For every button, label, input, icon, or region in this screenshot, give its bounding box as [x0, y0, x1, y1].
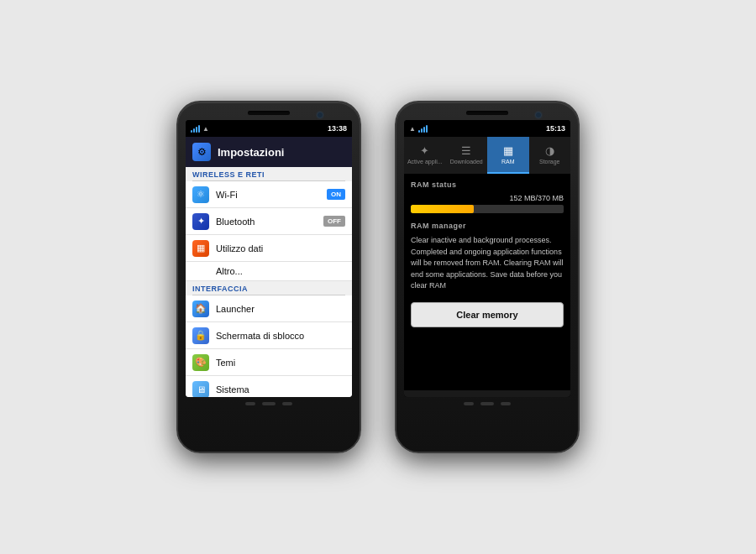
- wifi-label: Wi-Fi: [216, 190, 320, 200]
- phone-2: ▲ 15:13 ✦ Active appli... ☰: [395, 101, 580, 453]
- tab-active-apps[interactable]: ✦ Active appli...: [404, 137, 446, 174]
- phone-2-screen: ▲ 15:13 ✦ Active appli... ☰: [404, 120, 570, 397]
- wifi-toggle[interactable]: ON: [327, 189, 345, 200]
- data-label: Utilizzo dati: [216, 243, 345, 253]
- tab-bar: ✦ Active appli... ☰ Downloaded ▦ RAM ◑ S…: [404, 137, 570, 174]
- ram-screen: ✦ Active appli... ☰ Downloaded ▦ RAM ◑ S…: [404, 137, 570, 397]
- settings-app-icon: ⚙: [192, 143, 211, 161]
- status-time-2: 15:13: [546, 124, 565, 133]
- launcher-label: Launcher: [216, 304, 345, 314]
- phone-1: ▲ 13:38 ⚙ Impostazioni WIRELESS E RETI ⚛…: [176, 101, 361, 453]
- phys-back-btn-2[interactable]: [464, 402, 474, 405]
- phone-1-screen: ▲ 13:38 ⚙ Impostazioni WIRELESS E RETI ⚛…: [186, 120, 352, 397]
- tab-storage[interactable]: ◑ Storage: [529, 137, 571, 174]
- settings-title: Impostazioni: [218, 146, 284, 159]
- settings-item-sistema[interactable]: 🖥 Sistema: [186, 376, 352, 397]
- section-wireless-label: WIRELESS E RETI: [186, 167, 352, 180]
- ram-bar-background: [411, 205, 564, 213]
- bluetooth-toggle[interactable]: OFF: [323, 216, 345, 227]
- storage-icon: ◑: [545, 144, 554, 157]
- phys-home-btn[interactable]: [262, 402, 276, 405]
- back-nav-2-icon[interactable]: ◁: [421, 396, 428, 397]
- theme-icon: 🎨: [192, 354, 209, 371]
- status-bar-1: ▲ 13:38: [186, 120, 352, 137]
- launcher-icon: 🏠: [192, 301, 209, 317]
- ram-content: RAM status 152 MB/370 MB RAM manager Cle…: [404, 174, 570, 390]
- settings-item-data[interactable]: ▦ Utilizzo dati: [186, 235, 352, 262]
- clear-memory-button[interactable]: Clear memory: [411, 302, 564, 327]
- phone-bottom-2: [464, 402, 511, 405]
- search-nav-2-icon[interactable]: ⌕: [507, 396, 512, 397]
- tab-active-apps-label: Active appli...: [407, 159, 443, 165]
- lockscreen-icon: 🔒: [192, 327, 209, 344]
- tab-downloaded-label: Downloaded: [450, 159, 483, 165]
- ram-memory-text: 152 MB/370 MB: [411, 194, 564, 202]
- status-left: ▲: [191, 124, 324, 133]
- phys-back-btn[interactable]: [245, 402, 255, 405]
- data-icon: ▦: [192, 240, 209, 257]
- settings-item-launcher[interactable]: 🏠 Launcher: [186, 295, 352, 322]
- settings-screen: ⚙ Impostazioni WIRELESS E RETI ⚛ Wi-Fi O…: [186, 137, 352, 397]
- theme-label: Temi: [216, 358, 345, 368]
- active-apps-icon: ✦: [420, 144, 429, 157]
- signal-icon: [191, 124, 200, 133]
- ram-status-label: RAM status: [411, 180, 564, 189]
- ram-bar-fill: [411, 205, 474, 213]
- home-nav-2-icon[interactable]: ⌂: [547, 396, 553, 397]
- system-label: Sistema: [216, 384, 345, 395]
- ram-icon: ▦: [503, 144, 513, 157]
- tab-downloaded[interactable]: ☰ Downloaded: [446, 137, 488, 174]
- status-bar-2: ▲ 15:13: [404, 120, 570, 137]
- phone-2-camera: [536, 112, 541, 118]
- wifi-status-icon: ▲: [202, 125, 209, 133]
- bluetooth-label: Bluetooth: [216, 217, 317, 227]
- lockscreen-label: Schermata di sblocco: [216, 331, 345, 341]
- wifi-2-icon: ▲: [409, 125, 416, 133]
- signal-2-icon: [418, 124, 428, 133]
- settings-item-altro[interactable]: Altro...: [186, 262, 352, 281]
- settings-item-temi[interactable]: 🎨 Temi: [186, 349, 352, 376]
- nav-bar-2: ◁ ☰ ⌕ ⌂: [404, 390, 570, 397]
- section-interface-label: INTERFACCIA: [186, 281, 352, 295]
- phone-bottom-1: [245, 402, 292, 405]
- settings-item-lockscreen[interactable]: 🔒 Schermata di sblocco: [186, 322, 352, 349]
- system-icon: 🖥: [192, 381, 209, 398]
- settings-icon: ⚙: [197, 146, 207, 158]
- bluetooth-icon: ✦: [192, 213, 209, 230]
- phys-home-btn-2[interactable]: [480, 402, 494, 405]
- tab-ram[interactable]: ▦ RAM: [487, 137, 529, 174]
- wifi-icon: ⚛: [192, 186, 209, 203]
- status-time-1: 13:38: [328, 124, 347, 133]
- settings-item-wifi[interactable]: ⚛ Wi-Fi ON: [186, 181, 352, 208]
- ram-manager-label: RAM manager: [411, 222, 564, 230]
- phys-menu-btn-2[interactable]: [501, 402, 511, 405]
- settings-header: ⚙ Impostazioni: [186, 137, 352, 167]
- phone-2-speaker: [466, 111, 508, 115]
- phone-camera: [318, 112, 323, 118]
- tab-storage-label: Storage: [539, 159, 560, 165]
- tab-ram-label: RAM: [501, 159, 515, 165]
- status-left-2: ▲: [409, 124, 543, 133]
- downloaded-icon: ☰: [461, 144, 471, 157]
- phone-speaker: [248, 111, 290, 115]
- phys-menu-btn[interactable]: [282, 402, 292, 405]
- menu-nav-2-icon[interactable]: ☰: [463, 396, 472, 397]
- ram-description: Clear inactive and background processes.…: [411, 235, 564, 292]
- settings-item-bluetooth[interactable]: ✦ Bluetooth OFF: [186, 208, 352, 235]
